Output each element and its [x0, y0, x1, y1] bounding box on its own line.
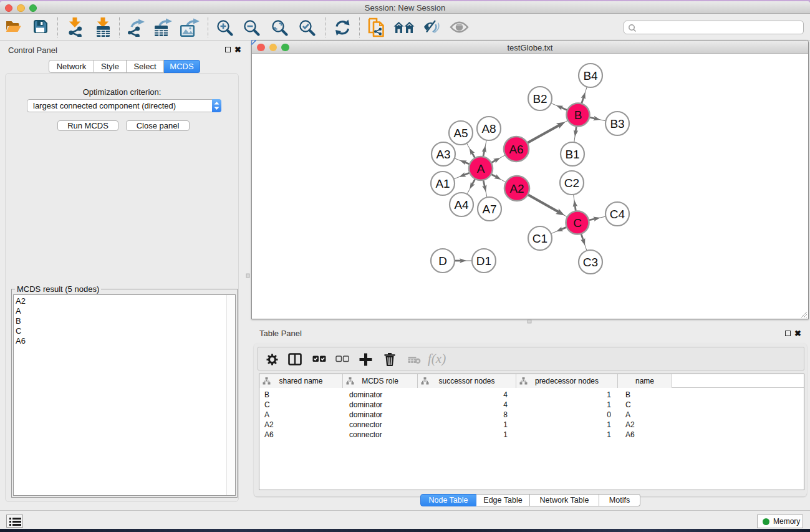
svg-text:A: A — [477, 162, 485, 175]
svg-text:A6: A6 — [509, 143, 523, 156]
svg-text:D: D — [438, 254, 447, 268]
svg-text:A2: A2 — [509, 182, 524, 195]
svg-text:C4: C4 — [610, 208, 625, 221]
svg-text:B3: B3 — [610, 117, 624, 130]
svg-text:A4: A4 — [454, 198, 469, 211]
svg-text:A5: A5 — [453, 127, 468, 140]
svg-text:B4: B4 — [583, 69, 598, 82]
svg-text:C1: C1 — [533, 232, 547, 245]
svg-text:A8: A8 — [481, 122, 496, 135]
svg-text:D1: D1 — [476, 254, 491, 268]
svg-text:C2: C2 — [564, 177, 579, 190]
svg-text:A3: A3 — [436, 148, 450, 161]
svg-text:B1: B1 — [565, 148, 579, 161]
svg-text:B: B — [574, 109, 582, 122]
svg-text:C3: C3 — [583, 256, 598, 269]
svg-text:C: C — [573, 216, 582, 230]
svg-text:B2: B2 — [533, 92, 547, 105]
svg-text:A1: A1 — [435, 177, 450, 190]
svg-text:A7: A7 — [482, 203, 496, 216]
